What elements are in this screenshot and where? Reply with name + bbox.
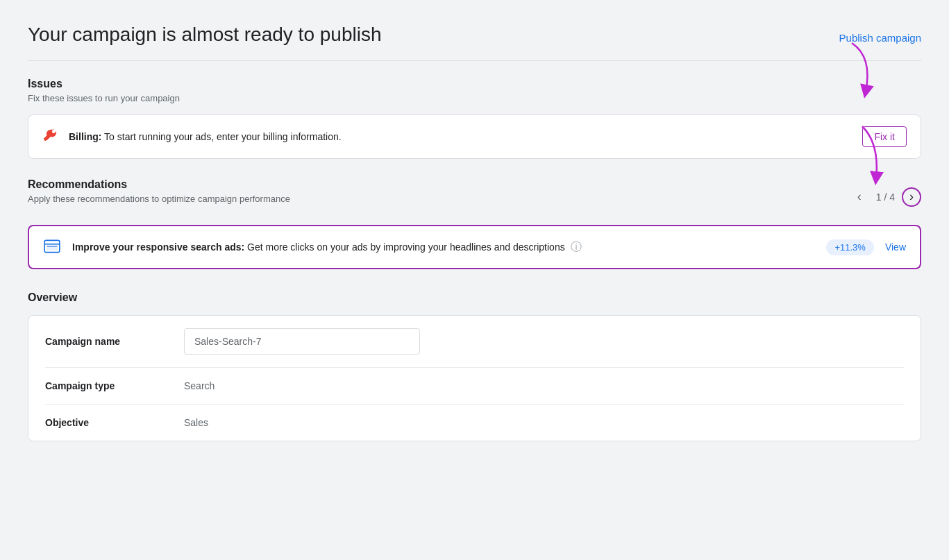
objective-value: Sales	[184, 417, 208, 428]
rec-description: Get more clicks on your ads by improving…	[244, 241, 564, 253]
rec-title: Improve your responsive search ads:	[72, 241, 244, 253]
recommendations-header: Recommendations Apply these recommendati…	[28, 178, 921, 215]
issues-section: Issues Fix these issues to run your camp…	[28, 78, 921, 159]
campaign-type-label: Campaign type	[45, 380, 184, 391]
issues-title: Issues	[28, 78, 921, 90]
recommendations-section: Recommendations Apply these recommendati…	[28, 178, 921, 269]
objective-row: Objective Sales	[45, 405, 904, 441]
recommendations-nav: ‹ 1 / 4 ›	[850, 187, 921, 207]
nav-next-button[interactable]: ›	[902, 187, 921, 207]
nav-prev-button[interactable]: ‹	[850, 187, 869, 207]
fix-it-button[interactable]: Fix it	[862, 126, 907, 147]
recommendation-card: Improve your responsive search ads: Get …	[28, 225, 921, 269]
page-header: Your campaign is almost ready to publish…	[28, 22, 921, 49]
header-divider	[28, 60, 921, 61]
search-ad-icon	[43, 237, 62, 257]
billing-issue-text: Billing: To start running your ads, ente…	[69, 131, 851, 142]
rec-text: Improve your responsive search ads: Get …	[72, 240, 815, 255]
recommendations-titles: Recommendations Apply these recommendati…	[28, 178, 290, 215]
billing-issue-card: Billing: To start running your ads, ente…	[28, 114, 921, 159]
overview-card: Campaign name Campaign type Search Objec…	[28, 315, 921, 441]
help-icon[interactable]: ⓘ	[571, 241, 582, 253]
view-recommendation-button[interactable]: View	[885, 241, 906, 253]
publish-campaign-button[interactable]: Publish campaign	[839, 26, 921, 49]
billing-label: Billing:	[69, 131, 101, 142]
campaign-name-label: Campaign name	[45, 336, 184, 347]
rec-badge: +11.3%	[826, 239, 873, 255]
page-title: Your campaign is almost ready to publish	[28, 22, 381, 47]
objective-label: Objective	[45, 417, 184, 428]
issues-subtitle: Fix these issues to run your campaign	[28, 93, 921, 103]
recommendations-subtitle: Apply these recommendations to optimize …	[28, 194, 290, 204]
recommendations-title: Recommendations	[28, 178, 290, 191]
nav-count: 1 / 4	[876, 192, 895, 203]
wrench-icon	[42, 128, 59, 145]
billing-description: To start running your ads, enter your bi…	[101, 131, 341, 142]
campaign-type-value: Search	[184, 380, 215, 391]
overview-title: Overview	[28, 291, 921, 304]
campaign-name-row: Campaign name	[45, 316, 904, 368]
page-container: Your campaign is almost ready to publish…	[0, 0, 949, 560]
svg-rect-2	[47, 246, 57, 250]
campaign-type-row: Campaign type Search	[45, 368, 904, 405]
campaign-name-input[interactable]	[184, 328, 420, 355]
overview-section: Overview Campaign name Campaign type Sea…	[28, 291, 921, 441]
